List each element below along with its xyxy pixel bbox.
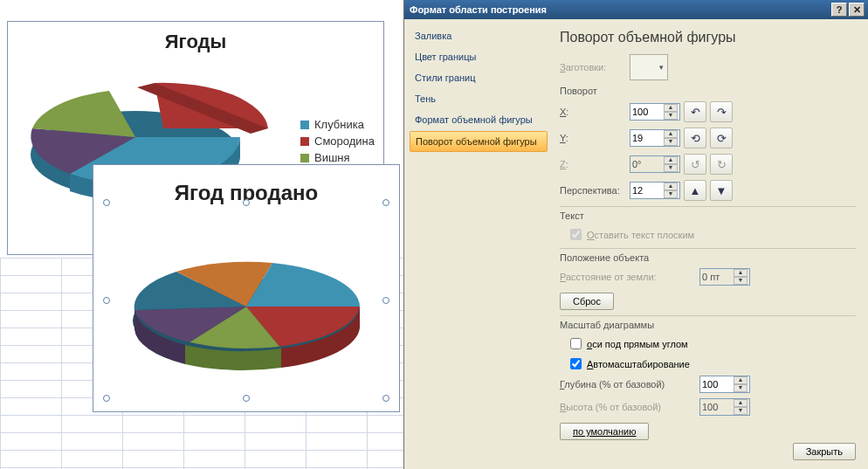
spin-down[interactable]: ▼ — [664, 138, 678, 146]
nav-3d-format[interactable]: Формат объемной фигуры — [410, 110, 548, 129]
spin-up: ▲ — [734, 399, 747, 407]
x-rotation-input[interactable]: ▲▼ — [630, 103, 680, 121]
legend-swatch — [300, 137, 309, 146]
nav-fill[interactable]: Заливка — [410, 26, 548, 45]
pie-chart-2 — [102, 210, 390, 403]
distance-label: Расстояние от земли: — [560, 272, 699, 282]
legend-item: Клубника — [300, 118, 375, 131]
position-group-label: Положение объекта — [560, 248, 856, 263]
right-angle-axes-label: оси под прямым углом — [587, 339, 688, 349]
spin-down: ▼ — [734, 407, 747, 415]
y-rotation-input[interactable]: ▲▼ — [630, 129, 680, 147]
rotate-y-up-button[interactable]: ⟲ — [684, 128, 706, 148]
z-value — [630, 157, 664, 172]
text-group-label: Текст — [560, 206, 856, 221]
depth-value[interactable] — [700, 377, 734, 392]
dialog-content: Поворот объемной фигуры Заготовки: Повор… — [553, 19, 868, 469]
perspective-value[interactable] — [630, 183, 664, 198]
spin-up: ▲ — [664, 156, 678, 164]
y-value[interactable] — [630, 131, 664, 146]
format-plot-area-dialog: Формат области построения ? ✕ Заливка Цв… — [403, 0, 868, 469]
pane-title: Поворот объемной фигуры — [560, 30, 856, 45]
perspective-wide-button[interactable]: ▼ — [710, 180, 733, 201]
rotate-x-left-button[interactable]: ↶ — [684, 101, 706, 122]
spin-up: ▲ — [734, 269, 747, 277]
z-label: Z: — [560, 159, 630, 169]
help-button[interactable]: ? — [831, 3, 847, 17]
default-button[interactable]: по умолчанию — [560, 423, 649, 440]
keep-text-flat-label: Оставить текст плоским — [587, 230, 694, 240]
dialog-title: Формат области построения — [410, 4, 830, 15]
spin-down[interactable]: ▼ — [664, 190, 678, 198]
close-button[interactable]: ✕ — [849, 3, 865, 17]
perspective-input[interactable]: ▲▼ — [630, 182, 680, 199]
depth-input[interactable]: ▲▼ — [699, 376, 750, 393]
autoscale-label: Автомасштабирование — [587, 359, 690, 369]
spin-down[interactable]: ▼ — [734, 384, 747, 392]
height-input: ▲▼ — [699, 398, 750, 416]
height-value — [700, 400, 734, 415]
resize-handle[interactable] — [382, 199, 389, 206]
spin-up[interactable]: ▲ — [664, 104, 678, 112]
legend-swatch — [300, 154, 309, 162]
resize-handle[interactable] — [243, 199, 250, 206]
distance-input: ▲▼ — [699, 268, 750, 286]
spin-up[interactable]: ▲ — [664, 130, 678, 138]
dialog-nav: Заливка Цвет границы Стили границ Тень Ф… — [404, 19, 553, 469]
height-label: Высота (% от базовой) — [560, 402, 699, 412]
legend-item: Вишня — [300, 151, 375, 164]
x-value[interactable] — [630, 105, 664, 120]
nav-3d-rotation[interactable]: Поворот объемной фигуры — [410, 131, 548, 152]
y-label: Y: — [560, 133, 630, 143]
spin-down: ▼ — [734, 277, 747, 285]
depth-label: Глубина (% от базовой) — [560, 379, 699, 390]
legend-label: Вишня — [314, 151, 350, 164]
distance-value — [700, 270, 734, 285]
rotate-z-ccw-button: ↺ — [684, 154, 706, 175]
rotation-group-label: Поворот — [560, 86, 856, 96]
spin-up[interactable]: ▲ — [664, 183, 678, 190]
legend-label: Клубника — [314, 118, 364, 131]
nav-shadow[interactable]: Тень — [410, 89, 548, 108]
right-angle-axes-checkbox[interactable] — [570, 338, 582, 349]
chart-berries-sold[interactable]: Ягод продано — [93, 164, 400, 412]
perspective-narrow-button[interactable]: ▲ — [684, 180, 706, 201]
resize-handle[interactable] — [103, 199, 110, 206]
spin-down: ▼ — [664, 164, 678, 172]
presets-dropdown[interactable] — [630, 54, 668, 80]
spreadsheet-area: Ягоды Клубника Смородина — [0, 0, 403, 469]
nav-border-color[interactable]: Цвет границы — [410, 47, 548, 66]
legend-swatch — [300, 121, 309, 129]
x-label: X: — [560, 107, 630, 117]
nav-border-styles[interactable]: Стили границ — [410, 68, 548, 87]
perspective-label: Перспектива: — [560, 185, 630, 196]
reset-button[interactable]: Сброс — [560, 293, 614, 310]
spin-up[interactable]: ▲ — [734, 376, 747, 384]
autoscale-checkbox[interactable] — [570, 358, 582, 369]
z-rotation-input: ▲▼ — [630, 155, 680, 173]
rotate-x-right-button[interactable]: ↷ — [710, 101, 733, 122]
rotate-z-cw-button: ↻ — [710, 154, 733, 175]
keep-text-flat-checkbox — [570, 229, 582, 240]
legend-label: Смородина — [314, 134, 375, 148]
scale-group-label: Масштаб диаграммы — [560, 315, 856, 330]
rotate-y-down-button[interactable]: ⟳ — [710, 128, 733, 148]
spin-down[interactable]: ▼ — [664, 112, 678, 120]
dialog-titlebar[interactable]: Формат области построения ? ✕ — [404, 0, 868, 19]
presets-label: Заготовки: — [560, 62, 630, 72]
chart-legend: Клубника Смородина Вишня — [300, 118, 375, 168]
dialog-close-button[interactable]: Закрыть — [793, 443, 856, 460]
legend-item: Смородина — [300, 134, 375, 148]
